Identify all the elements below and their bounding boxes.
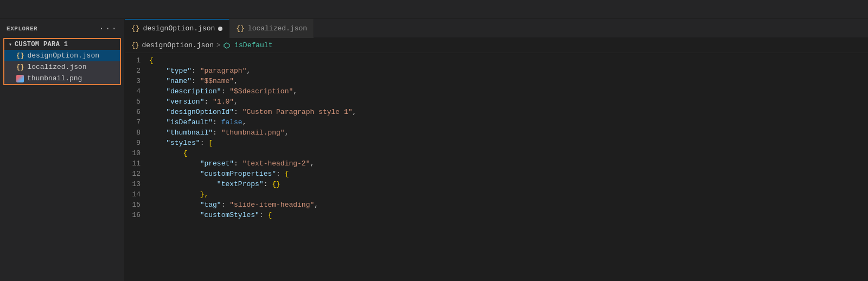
code-editor[interactable]: 1{2 "type": "paragraph",3 "name": "$$nam… [125,53,868,281]
line-content-13: "textProps": {} [149,179,868,189]
line-content-1: { [149,55,868,66]
line-number-7: 7 [125,117,149,127]
line-number-3: 3 [125,76,149,86]
code-line-13: 13 "textProps": {} [125,179,868,189]
line-content-3: "name": "$$name", [149,76,868,86]
line-content-16: "customStyles": { [149,210,868,220]
line-number-6: 6 [125,107,149,117]
line-number-15: 15 [125,200,149,210]
code-line-15: 15 "tag": "slide-item-heading", [125,200,868,210]
line-number-1: 1 [125,55,149,66]
sidebar-header: EXPLORER ··· [0,19,124,38]
line-content-8: "thumbnail": "thumbnail.png", [149,127,868,138]
file-label-thumbnail: thumbnail.png [27,74,82,82]
line-content-4: "description": "$$description", [149,86,868,97]
breadcrumb: {} designOption.json > isDefault [125,38,868,53]
json-icon-designOption: {} [16,52,24,60]
tab-label-localized: localized.json [248,24,307,33]
breadcrumb-file-name: designOption.json [142,41,214,49]
line-content-10: { [149,148,868,158]
line-content-5: "version": "1.0", [149,97,868,107]
file-label-localized: localized.json [27,63,86,71]
line-number-4: 4 [125,86,149,97]
folder-section: ▾ CUSTOM PARA 1 {}designOption.json{}loc… [3,38,121,85]
line-content-6: "designOptionId": "Custom Paragraph styl… [149,107,868,117]
line-content-14: }, [149,189,868,200]
tab-icon-designOption: {} [131,24,140,33]
tab-designOption[interactable]: {}designOption.json [125,19,229,38]
line-content-11: "preset": "text-heading-2", [149,158,868,169]
line-content-9: "styles": [ [149,138,868,148]
line-number-14: 14 [125,189,149,200]
code-line-6: 6 "designOptionId": "Custom Paragraph st… [125,107,868,117]
line-number-16: 16 [125,210,149,220]
folder-label: CUSTOM PARA 1 [15,41,68,48]
code-line-5: 5 "version": "1.0", [125,97,868,107]
code-line-12: 12 "customProperties": { [125,169,868,179]
breadcrumb-file-icon: {} [131,42,139,49]
tab-localized[interactable]: {}localized.json [229,19,314,38]
main-area: EXPLORER ··· ▾ CUSTOM PARA 1 {}designOpt… [0,19,868,281]
line-number-10: 10 [125,148,149,158]
line-content-2: "type": "paragraph", [149,66,868,76]
code-line-7: 7 "isDefault": false, [125,117,868,127]
line-number-13: 13 [125,179,149,189]
editor-area: {}designOption.json{}localized.json {} d… [125,19,868,281]
code-line-10: 10 { [125,148,868,158]
code-line-11: 11 "preset": "text-heading-2", [125,158,868,169]
breadcrumb-crumb-name: isDefault [223,41,272,49]
breadcrumb-separator: > [216,42,220,49]
sidebar: EXPLORER ··· ▾ CUSTOM PARA 1 {}designOpt… [0,19,125,281]
code-line-3: 3 "name": "$$name", [125,76,868,86]
line-number-8: 8 [125,127,149,138]
line-content-7: "isDefault": false, [149,117,868,127]
line-number-12: 12 [125,169,149,179]
file-list: {}designOption.json{}localized.jsonthumb… [4,50,120,84]
explorer-title: EXPLORER [7,25,37,32]
code-line-1: 1{ [125,55,868,66]
line-number-2: 2 [125,66,149,76]
chevron-icon: ▾ [9,41,12,48]
json-icon-localized: {} [16,63,24,71]
file-item-thumbnail[interactable]: thumbnail.png [4,73,120,84]
isdefault-icon [223,42,231,49]
code-line-9: 9 "styles": [ [125,138,868,148]
line-number-11: 11 [125,158,149,169]
line-content-12: "customProperties": { [149,169,868,179]
line-number-9: 9 [125,138,149,148]
modified-dot-designOption [218,27,222,31]
png-icon-thumbnail [16,75,24,82]
line-content-15: "tag": "slide-item-heading", [149,200,868,210]
code-line-16: 16 "customStyles": { [125,210,868,220]
tab-label-designOption: designOption.json [143,24,215,33]
code-line-8: 8 "thumbnail": "thumbnail.png", [125,127,868,138]
code-line-14: 14 }, [125,189,868,200]
file-item-localized[interactable]: {}localized.json [4,61,120,73]
tab-icon-localized: {} [236,24,245,33]
code-line-4: 4 "description": "$$description", [125,86,868,97]
tab-bar [0,0,868,19]
editor-tab-bar: {}designOption.json{}localized.json [125,19,868,38]
svg-marker-0 [224,43,229,48]
code-line-2: 2 "type": "paragraph", [125,66,868,76]
file-item-designOption[interactable]: {}designOption.json [4,50,120,61]
line-number-5: 5 [125,97,149,107]
file-label-designOption: designOption.json [27,52,99,60]
more-options-button[interactable]: ··· [99,24,118,34]
folder-header[interactable]: ▾ CUSTOM PARA 1 [4,39,120,50]
